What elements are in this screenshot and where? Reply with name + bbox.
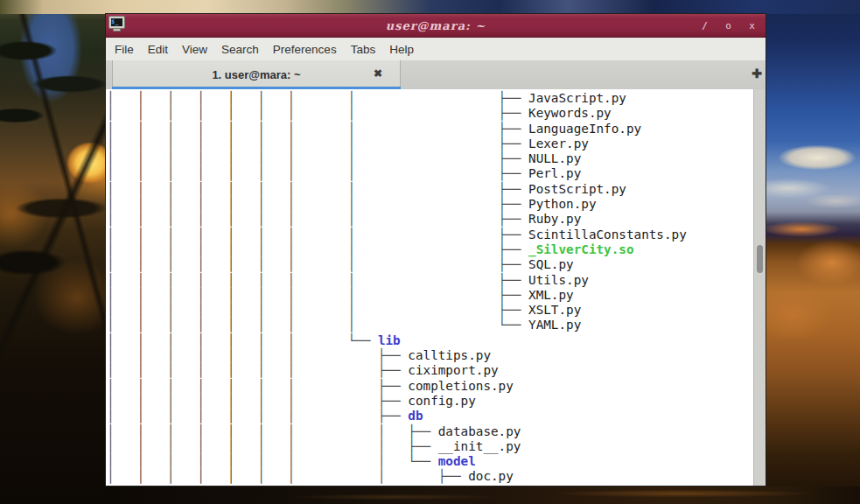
wallpaper-bottom-strip (105, 486, 860, 504)
tree-row: │ │ │ │ │ │ │ │ ├── NULL.py (107, 151, 753, 166)
tree-row: │ │ │ │ │ │ │ │ ├── LanguageInfo.py (107, 122, 753, 136)
tree-row: │ │ │ │ │ │ │ ├── db (107, 409, 753, 424)
tree-row: │ │ │ │ │ │ │ │ ├── __init__.py (107, 439, 753, 454)
scrollbar-thumb[interactable] (757, 245, 763, 273)
close-button[interactable]: x (747, 21, 757, 31)
tree-listing: │ │ │ │ │ │ │ │ ├── JavaScript.py│ │ │ │… (107, 91, 753, 485)
desktop: $_ user@mara: ~ / o x FileEditViewSearch… (0, 0, 860, 504)
menu-item-preferences[interactable]: Preferences (266, 39, 344, 60)
tab-active[interactable]: 1. user@mara: ~ ✖ (112, 60, 401, 89)
tree-row: │ │ │ │ │ │ │ │ ├── JavaScript.py (107, 91, 753, 106)
tab-bar: 1. user@mara: ~ ✖ ✚ (106, 60, 766, 89)
terminal-output[interactable]: │ │ │ │ │ │ │ │ ├── JavaScript.py│ │ │ │… (106, 89, 753, 486)
tree-row: │ │ │ │ │ │ │ │ └── YAML.py (107, 318, 753, 332)
terminal-window: $_ user@mara: ~ / o x FileEditViewSearch… (105, 13, 766, 486)
tree-row: │ │ │ │ │ │ │ │ ├── Keywords.py (107, 106, 753, 121)
tree-row: │ │ │ │ │ │ │ ├── calltips.py (107, 348, 753, 363)
menu-item-help[interactable]: Help (382, 39, 421, 60)
tree-row: │ │ │ │ │ │ │ │ ├── Utils.py (107, 273, 753, 288)
window-title: user@mara: ~ (106, 19, 766, 32)
tree-row: │ │ │ │ │ │ │ └── lib (107, 333, 753, 348)
tree-row: │ │ │ │ │ │ │ │ ├── _SilverCity.so (107, 242, 753, 257)
tree-row: │ │ │ │ │ │ │ │ ├── SQL.py (107, 257, 753, 272)
menu-item-search[interactable]: Search (214, 39, 266, 60)
window-titlebar[interactable]: $_ user@mara: ~ / o x (106, 14, 766, 38)
maximize-button[interactable]: o (724, 21, 733, 31)
tree-row: │ │ │ │ │ │ │ ├── config.py (107, 394, 753, 409)
tree-row: │ │ │ │ │ │ │ │ └── model (107, 454, 753, 469)
tree-row: │ │ │ │ │ │ │ ├── completions.py (107, 379, 753, 394)
tree-row: │ │ │ │ │ │ │ │ ├── XML.py (107, 288, 753, 303)
wallpaper-pine-silhouettes (0, 0, 105, 504)
terminal-content-area: │ │ │ │ │ │ │ │ ├── JavaScript.py│ │ │ │… (106, 89, 766, 486)
menu-item-tabs[interactable]: Tabs (344, 39, 383, 60)
tree-row: │ │ │ │ │ │ │ │ ├── Perl.py (107, 166, 753, 181)
tree-row: │ │ │ │ │ │ │ │ ├── XSLT.py (107, 303, 753, 318)
tree-row: │ │ │ │ │ │ │ │ ├── Python.py (107, 197, 753, 212)
new-tab-button[interactable]: ✚ (752, 66, 762, 80)
menu-item-view[interactable]: View (175, 39, 214, 60)
tree-row: │ │ │ │ │ │ │ ├── ciximport.py (107, 363, 753, 378)
minimize-button[interactable]: / (700, 21, 710, 31)
tree-row: │ │ │ │ │ │ │ │ ├── database.py (107, 424, 753, 439)
wallpaper-right-cliffs (766, 0, 860, 504)
menu-item-edit[interactable]: Edit (141, 39, 175, 60)
tree-row: │ │ │ │ │ │ │ │ ├── doc.py (107, 469, 753, 484)
tree-row: │ │ │ │ │ │ │ │ ├── Ruby.py (107, 212, 753, 227)
scrollbar[interactable] (753, 89, 766, 486)
wallpaper-sky-strip (0, 0, 860, 14)
menu-item-file[interactable]: File (108, 39, 141, 60)
tree-row: │ │ │ │ │ │ │ │ ├── Lexer.py (107, 136, 753, 151)
tree-row: │ │ │ │ │ │ │ │ ├── ScintillaConstants.p… (107, 228, 753, 242)
tree-row: │ │ │ │ │ │ │ │ ├── PostScript.py (107, 182, 753, 197)
menu-bar: FileEditViewSearchPreferencesTabsHelp (106, 38, 766, 60)
tab-label: 1. user@mara: ~ (212, 68, 300, 81)
tab-close-icon[interactable]: ✖ (374, 67, 382, 80)
